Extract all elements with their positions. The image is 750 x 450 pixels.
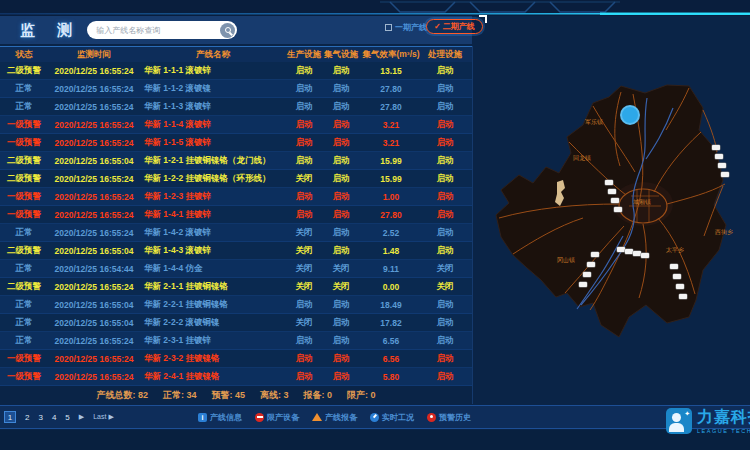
cell-efficiency: 3.21: [360, 138, 422, 148]
corner-bracket-icon: [479, 15, 487, 23]
cell-line-name: 华新 1-1-5 滚镀锌: [140, 137, 286, 149]
map-marker[interactable]: [625, 249, 633, 254]
legend-item[interactable]: 预警历史: [427, 412, 471, 423]
map-marker[interactable]: [712, 145, 720, 150]
cell-line-name: 华新 2-3-1 挂镀锌: [140, 335, 286, 347]
cell-time: 2020/12/25 16:55:04: [48, 318, 140, 328]
cell-line-name: 华新 2-2-1 挂镀铜镍铬: [140, 299, 286, 311]
cell-status: 正常: [0, 263, 48, 275]
table-row[interactable]: 二级预警2020/12/25 16:55:24华新 2-1-1 挂镀铜镍铬关闭关…: [0, 278, 472, 296]
stat-预警: 预警: 45: [211, 389, 245, 402]
legend-item[interactable]: 产线报备: [312, 412, 357, 423]
map-marker[interactable]: [617, 247, 625, 252]
map-legend: i产线信息限产设备产线报备实时工况预警历史: [198, 406, 471, 428]
col-gas: 集气设施: [322, 49, 360, 61]
cell-efficiency: 27.80: [360, 102, 422, 112]
table-row[interactable]: 一级预警2020/12/25 16:55:24华新 1-4-1 挂镀锌启动启动2…: [0, 206, 472, 224]
table-row[interactable]: 正常2020/12/25 16:55:04华新 2-2-1 挂镀铜镍铬启动启动1…: [0, 296, 472, 314]
cell-efficiency: 13.15: [360, 66, 422, 76]
cell-treatment: 启动: [422, 335, 468, 347]
table-row[interactable]: 正常2020/12/25 16:55:04华新 2-2-2 滚镀铜镍关闭启动17…: [0, 314, 472, 332]
page-4[interactable]: 4: [52, 413, 56, 422]
table-row[interactable]: 一级预警2020/12/25 16:55:24华新 1-1-4 滚镀锌启动启动3…: [0, 116, 472, 134]
map-marker[interactable]: [611, 198, 619, 203]
cell-production: 关闭: [286, 173, 322, 185]
cell-gas: 启动: [322, 191, 360, 203]
map-marker[interactable]: [721, 172, 729, 177]
cell-efficiency: 27.80: [360, 210, 422, 220]
table-row[interactable]: 正常2020/12/25 16:55:24华新 1-4-2 滚镀锌关闭启动2.5…: [0, 224, 472, 242]
district-map[interactable]: 军乐镇回龙镇城厢镇西街乡冈山镇太平乡: [472, 46, 750, 404]
map-marker[interactable]: [679, 294, 687, 299]
table-row[interactable]: 一级预警2020/12/25 16:55:24华新 2-3-2 挂镀镍铬启动启动…: [0, 350, 472, 368]
map-cluster-marker[interactable]: [620, 105, 640, 125]
table-row[interactable]: 正常2020/12/25 16:55:24华新 2-3-1 挂镀锌启动启动6.5…: [0, 332, 472, 350]
page-5[interactable]: 5: [65, 413, 69, 422]
cell-status: 二级预警: [0, 245, 48, 257]
cell-treatment: 启动: [422, 137, 468, 149]
map-marker[interactable]: [583, 272, 591, 277]
search-button[interactable]: [220, 23, 235, 38]
table-row[interactable]: 正常2020/12/25 16:55:24华新 1-1-2 滚镀镍启动启动27.…: [0, 80, 472, 98]
cell-treatment: 启动: [422, 209, 468, 221]
map-marker[interactable]: [670, 264, 678, 269]
page-2[interactable]: 2: [25, 413, 29, 422]
page-current[interactable]: 1: [4, 411, 16, 423]
cell-efficiency: 2.52: [360, 228, 422, 238]
legend-item[interactable]: i产线信息: [198, 412, 242, 423]
map-marker[interactable]: [579, 282, 587, 287]
cell-efficiency: 27.80: [360, 84, 422, 94]
cell-treatment: 启动: [422, 101, 468, 113]
cell-status: 一级预警: [0, 137, 48, 149]
map-marker[interactable]: [641, 253, 649, 258]
table-row[interactable]: 二级预警2020/12/25 16:55:04华新 1-4-3 滚镀锌关闭启动1…: [0, 242, 472, 260]
map-marker[interactable]: [718, 163, 726, 168]
no-entry-icon: [255, 413, 264, 422]
table-row[interactable]: 二级预警2020/12/25 16:55:04华新 1-2-1 挂镀铜镍铬（龙门…: [0, 152, 472, 170]
legend-item[interactable]: 限产设备: [255, 412, 299, 423]
phase2-button[interactable]: ✓ 二期产线: [426, 19, 483, 34]
col-treatment: 处理设施: [422, 49, 468, 61]
cell-gas: 启动: [322, 335, 360, 347]
map-marker[interactable]: [614, 207, 622, 212]
map-marker[interactable]: [673, 274, 681, 279]
cell-treatment: 启动: [422, 155, 468, 167]
cell-line-name: 华新 2-1-1 挂镀铜镍铬: [140, 281, 286, 293]
table-row[interactable]: 正常2020/12/25 16:54:44华新 1-4-4 仿金关闭关闭9.11…: [0, 260, 472, 278]
page-last-button[interactable]: Last ▶: [93, 413, 114, 421]
search-input[interactable]: [87, 26, 211, 35]
page-3[interactable]: 3: [38, 413, 42, 422]
map-marker[interactable]: [591, 252, 599, 257]
cell-status: 正常: [0, 101, 48, 113]
table-header-row: 状态监测时间产线名称生产设施集气设施集气效率(m³/s)处理设施: [0, 46, 472, 62]
cell-production: 启动: [286, 101, 322, 113]
map-marker[interactable]: [715, 154, 723, 159]
phase1-checkbox[interactable]: 一期产线: [385, 22, 427, 33]
table-row[interactable]: 二级预警2020/12/25 16:55:24华新 1-1-1 滚镀锌启动启动1…: [0, 62, 472, 80]
legend-label: 产线信息: [210, 412, 242, 423]
cell-efficiency: 15.99: [360, 174, 422, 184]
map-marker[interactable]: [676, 284, 684, 289]
triangle-icon: [312, 413, 322, 421]
table-row[interactable]: 二级预警2020/12/25 16:55:24华新 1-2-2 挂镀铜镍铬（环形…: [0, 170, 472, 188]
table-row[interactable]: 正常2020/12/25 16:55:24华新 1-1-3 滚镀锌启动启动27.…: [0, 98, 472, 116]
table-row[interactable]: 一级预警2020/12/25 16:55:24华新 1-2-3 挂镀锌启动启动1…: [0, 188, 472, 206]
map-place-label: 军乐镇: [585, 118, 603, 127]
cell-status: 一级预警: [0, 191, 48, 203]
cell-treatment: 启动: [422, 83, 468, 95]
map-marker[interactable]: [587, 262, 595, 267]
cell-time: 2020/12/25 16:55:24: [48, 282, 140, 292]
map-marker[interactable]: [633, 251, 641, 256]
legend-item[interactable]: 实时工况: [370, 412, 414, 423]
map-marker[interactable]: [608, 189, 616, 194]
cell-treatment: 启动: [422, 317, 468, 329]
cell-status: 一级预警: [0, 209, 48, 221]
cell-efficiency: 17.82: [360, 318, 422, 328]
table-row[interactable]: 一级预警2020/12/25 16:55:24华新 2-4-1 挂镀镍铬启动启动…: [0, 368, 472, 386]
map-marker[interactable]: [605, 180, 613, 185]
cell-time: 2020/12/25 16:55:24: [48, 192, 140, 202]
cell-treatment: 启动: [422, 227, 468, 239]
gauge-icon: [370, 413, 379, 422]
table-row[interactable]: 一级预警2020/12/25 16:55:24华新 1-1-5 滚镀锌启动启动3…: [0, 134, 472, 152]
page-next-button[interactable]: ▶: [79, 413, 84, 421]
